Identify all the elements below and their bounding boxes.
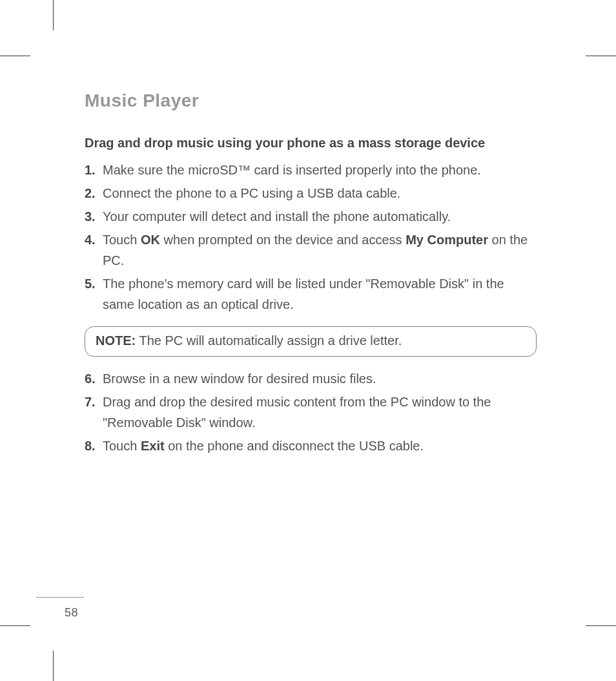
step-text: Make sure the microSD™ card is inserted … bbox=[103, 163, 481, 177]
crop-mark bbox=[0, 56, 30, 56]
note-body: The PC will automatically assign a drive… bbox=[136, 333, 402, 348]
step-text: when prompted on the device and access bbox=[160, 233, 406, 247]
crop-mark bbox=[53, 0, 54, 30]
step-number: 3. bbox=[85, 206, 96, 227]
page-number-rule bbox=[36, 597, 84, 598]
note-label: NOTE: bbox=[96, 333, 136, 348]
bold-exit: Exit bbox=[141, 439, 165, 453]
step-number: 1. bbox=[85, 160, 96, 180]
step-item: 3. Your computer will detect and install… bbox=[85, 206, 537, 227]
step-text: Browse in a new window for desired music… bbox=[103, 372, 376, 386]
step-item: 2. Connect the phone to a PC using a USB… bbox=[85, 183, 537, 204]
step-text: Drag and drop the desired music content … bbox=[103, 395, 491, 430]
step-text: Touch bbox=[103, 233, 141, 247]
step-number: 4. bbox=[85, 229, 96, 250]
step-item: 6. Browse in a new window for desired mu… bbox=[85, 368, 537, 389]
page-number: 58 bbox=[65, 606, 78, 620]
step-text: The phone's memory card will be listed u… bbox=[103, 277, 504, 311]
step-number: 8. bbox=[85, 435, 96, 456]
step-item: 8. Touch Exit on the phone and disconnec… bbox=[85, 435, 537, 456]
step-item: 1. Make sure the microSD™ card is insert… bbox=[85, 160, 537, 180]
steps-list-b: 6. Browse in a new window for desired mu… bbox=[85, 368, 537, 456]
step-number: 6. bbox=[85, 368, 96, 389]
step-text: Touch bbox=[103, 439, 141, 453]
step-number: 5. bbox=[85, 273, 96, 294]
bold-my-computer: My Computer bbox=[406, 233, 488, 247]
page-content: Music Player Drag and drop music using y… bbox=[85, 90, 537, 459]
step-text: on the phone and disconnect the USB cabl… bbox=[165, 439, 424, 453]
step-text: Connect the phone to a PC using a USB da… bbox=[103, 186, 400, 200]
crop-mark bbox=[0, 625, 30, 626]
steps-list-a: 1. Make sure the microSD™ card is insert… bbox=[85, 160, 537, 315]
step-item: 5. The phone's memory card will be liste… bbox=[85, 273, 537, 315]
step-number: 7. bbox=[85, 392, 96, 412]
crop-mark bbox=[586, 56, 616, 56]
crop-mark bbox=[53, 651, 54, 681]
step-text: Your computer will detect and install th… bbox=[103, 209, 451, 224]
step-item: 4. Touch OK when prompted on the device … bbox=[85, 229, 537, 271]
crop-mark bbox=[586, 625, 616, 626]
section-subhead: Drag and drop music using your phone as … bbox=[85, 136, 537, 151]
page-title: Music Player bbox=[85, 90, 537, 111]
bold-ok: OK bbox=[141, 233, 160, 247]
note-box: NOTE: The PC will automatically assign a… bbox=[85, 326, 537, 357]
step-item: 7. Drag and drop the desired music conte… bbox=[85, 392, 537, 433]
step-number: 2. bbox=[85, 183, 96, 204]
